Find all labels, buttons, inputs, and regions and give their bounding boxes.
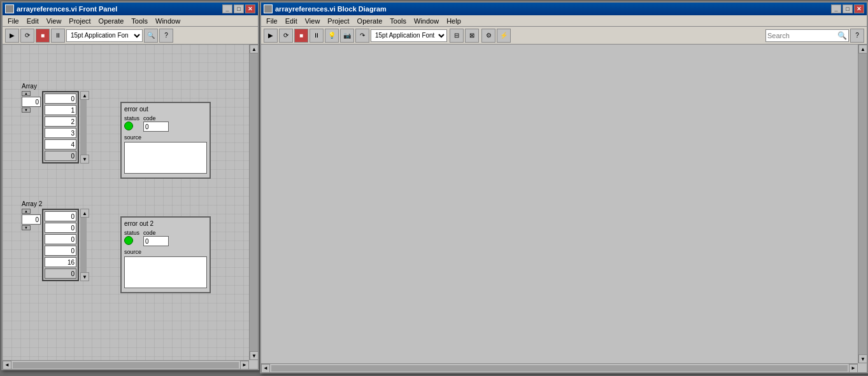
fp-search-btn[interactable]: 🔍 bbox=[144, 29, 158, 43]
status-led-2 bbox=[124, 236, 133, 245]
bd-scroll-down[interactable]: ▼ bbox=[858, 354, 867, 363]
fp-grid: Array ▲ ▼ bbox=[3, 45, 249, 360]
source-field-1[interactable] bbox=[124, 142, 207, 174]
source-label-1: source bbox=[124, 134, 207, 141]
array1-index[interactable] bbox=[22, 97, 41, 107]
bd-abort-btn[interactable]: ■ bbox=[294, 29, 308, 43]
fp-menu-file[interactable]: File bbox=[4, 17, 23, 25]
bd-toolbar: ▶ ⟳ ■ ⏸ 💡 📷 ↷ 15pt Application Font ⊟ ⊠ … bbox=[261, 27, 867, 45]
bd-distribute-btn[interactable]: ⊠ bbox=[465, 29, 479, 43]
bd-search-icon[interactable]: 🔍 bbox=[837, 31, 847, 40]
fp-content: Array ▲ ▼ bbox=[3, 45, 258, 360]
fp-menu-tools[interactable]: Tools bbox=[127, 17, 152, 25]
bd-pause-btn[interactable]: ⏸ bbox=[309, 29, 324, 43]
array1-cell-3[interactable] bbox=[45, 128, 76, 138]
bd-scroll-left[interactable]: ◄ bbox=[261, 364, 270, 373]
bd-camera-btn[interactable]: 📷 bbox=[340, 29, 354, 43]
fp-menu-view[interactable]: View bbox=[43, 17, 66, 25]
bd-menu-project[interactable]: Project bbox=[324, 17, 353, 25]
fp-maximize-btn[interactable]: □ bbox=[234, 4, 244, 13]
array2-scroll-down[interactable]: ▼ bbox=[80, 272, 89, 281]
fp-font-select[interactable]: 15pt Application Fon bbox=[66, 29, 143, 42]
array1-scroll-up[interactable]: ▲ bbox=[80, 91, 89, 100]
fp-run-btn[interactable]: ▶ bbox=[5, 29, 19, 43]
array1-cell-5[interactable] bbox=[45, 151, 76, 161]
array2-cell-3[interactable] bbox=[45, 246, 76, 256]
error-out-2-label: error out 2 bbox=[124, 220, 207, 227]
fp-help-btn[interactable]: ? bbox=[159, 29, 173, 43]
bd-menu-help[interactable]: Help bbox=[443, 17, 465, 25]
fp-close-btn[interactable]: ✕ bbox=[245, 4, 255, 13]
bd-minimize-btn[interactable]: _ bbox=[831, 4, 841, 13]
fp-scroll-up[interactable]: ▲ bbox=[250, 45, 258, 53]
fp-window-icon bbox=[5, 4, 14, 13]
array2-cell-1[interactable] bbox=[45, 223, 76, 233]
fp-pause-btn[interactable]: ⏸ bbox=[51, 29, 65, 43]
bd-titlebar-buttons: _ □ ✕ bbox=[831, 4, 864, 13]
bd-run-cont-btn[interactable]: ⟳ bbox=[279, 29, 293, 43]
error-code-1[interactable] bbox=[143, 122, 169, 132]
code-label-1: code bbox=[143, 115, 169, 122]
error-out-2: error out 2 status code source bbox=[120, 216, 211, 293]
array1-scroll-down[interactable]: ▼ bbox=[80, 155, 89, 164]
bd-close-btn[interactable]: ✕ bbox=[854, 4, 864, 13]
bd-maximize-btn[interactable]: □ bbox=[843, 4, 853, 13]
array2-index[interactable] bbox=[22, 214, 41, 225]
bd-step-over-btn[interactable]: ↷ bbox=[355, 29, 369, 43]
bd-menu-file[interactable]: File bbox=[262, 17, 281, 25]
bd-search-bar: 🔍 bbox=[765, 29, 849, 42]
fp-scrollbar-v: ▲ ▼ bbox=[249, 45, 258, 360]
array1-up[interactable]: ▲ bbox=[22, 91, 31, 96]
bd-extra-btn2[interactable]: ⚡ bbox=[497, 29, 511, 43]
bd-align-btn[interactable]: ⊟ bbox=[450, 29, 464, 43]
fp-scroll-down[interactable]: ▼ bbox=[250, 351, 258, 360]
bd-bottom: ◄ ► bbox=[261, 363, 867, 372]
fp-menu-edit[interactable]: Edit bbox=[23, 17, 43, 25]
array1-cell-2[interactable] bbox=[45, 116, 76, 127]
array2-cell-4[interactable] bbox=[45, 257, 76, 267]
fp-scroll-right[interactable]: ► bbox=[240, 361, 249, 370]
bd-scroll-right[interactable]: ► bbox=[849, 364, 858, 373]
array2-control: Array 2 ▲ ▼ bbox=[22, 200, 89, 281]
fp-minimize-btn[interactable]: _ bbox=[222, 4, 232, 13]
array2-cell-2[interactable] bbox=[45, 234, 76, 244]
bd-menu-window[interactable]: Window bbox=[410, 17, 443, 25]
array2-cell-0[interactable] bbox=[45, 211, 76, 221]
bd-scroll-up[interactable]: ▲ bbox=[858, 45, 867, 53]
bd-extra-btn1[interactable]: ⚙ bbox=[481, 29, 495, 43]
array1-cell-0[interactable] bbox=[45, 94, 76, 104]
array2-scroll-up[interactable]: ▲ bbox=[80, 209, 89, 218]
source-field-2[interactable] bbox=[124, 256, 207, 288]
fp-menu-project[interactable]: Project bbox=[65, 17, 94, 25]
bd-font-select[interactable]: 15pt Application Font bbox=[371, 29, 447, 42]
status-label-2: status bbox=[124, 230, 139, 236]
array2-up[interactable]: ▲ bbox=[22, 209, 31, 214]
error-out-1-label: error out bbox=[124, 106, 207, 113]
front-panel-window: arrayreferences.vi Front Panel _ □ ✕ Fil… bbox=[1, 1, 259, 370]
bd-scroll-thumb-v[interactable] bbox=[858, 53, 867, 354]
bd-menu-tools[interactable]: Tools bbox=[386, 17, 410, 25]
error-code-2[interactable] bbox=[143, 236, 169, 246]
code-label-2: code bbox=[143, 230, 169, 236]
fp-menu-window[interactable]: Window bbox=[152, 17, 184, 25]
array1-cell-4[interactable] bbox=[45, 139, 76, 150]
fp-titlebar-buttons: _ □ ✕ bbox=[222, 4, 255, 13]
fp-scroll-thumb-v[interactable] bbox=[250, 53, 258, 351]
bd-bulb-btn[interactable]: 💡 bbox=[325, 29, 339, 43]
array1-control: Array ▲ ▼ bbox=[22, 83, 89, 164]
bd-run-btn[interactable]: ▶ bbox=[264, 29, 278, 43]
fp-abort-btn[interactable]: ■ bbox=[36, 29, 50, 43]
bd-help-btn[interactable]: ? bbox=[850, 29, 864, 43]
array1-cell-1[interactable] bbox=[45, 105, 76, 115]
bd-search-input[interactable] bbox=[767, 32, 837, 39]
bd-menu-view[interactable]: View bbox=[301, 17, 324, 25]
array1-down[interactable]: ▼ bbox=[22, 108, 31, 113]
bd-menu-edit[interactable]: Edit bbox=[281, 17, 301, 25]
array2-down[interactable]: ▼ bbox=[22, 225, 31, 230]
fp-menu-operate[interactable]: Operate bbox=[95, 17, 128, 25]
array2-cell-5[interactable] bbox=[45, 268, 76, 279]
bd-menu-operate[interactable]: Operate bbox=[353, 17, 387, 25]
fp-scroll-left[interactable]: ◄ bbox=[3, 361, 11, 370]
error-out-1: error out status code source bbox=[120, 102, 211, 179]
fp-run-cont-btn[interactable]: ⟳ bbox=[20, 29, 34, 43]
